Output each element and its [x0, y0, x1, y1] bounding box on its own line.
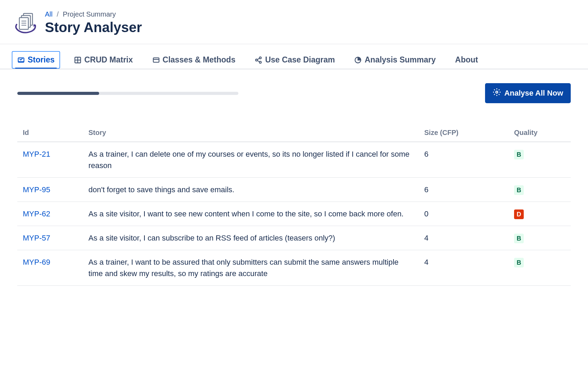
tab-about-label: About [455, 55, 478, 65]
app-logo-icon [14, 11, 38, 35]
story-text: don't forget to save things and save ema… [83, 178, 419, 202]
table-row: MYP-21As a trainer, I can delete one of … [17, 142, 571, 178]
content-area: Analyse All Now Id Story Size (CFP) Qual… [0, 69, 588, 300]
story-id-link[interactable]: MYP-95 [23, 185, 50, 194]
tab-stories-label: Stories [28, 55, 55, 65]
tab-classes-methods[interactable]: Classes & Methods [147, 51, 241, 69]
story-size: 4 [419, 226, 509, 250]
story-id-link[interactable]: MYP-69 [23, 258, 50, 266]
breadcrumb-title-block: All / Project Summary Story Analyser [45, 10, 142, 35]
tab-crud-label: CRUD Matrix [84, 55, 133, 65]
quality-badge: B [514, 150, 524, 159]
breadcrumb-separator: / [57, 10, 59, 18]
quality-badge: B [514, 185, 524, 195]
story-size: 0 [419, 202, 509, 226]
page-title: Story Analyser [45, 20, 142, 35]
column-header-id: Id [17, 124, 83, 142]
progress-row: Analyse All Now [17, 83, 571, 103]
story-size: 6 [419, 178, 509, 202]
gear-icon [493, 88, 501, 98]
breadcrumb-all-link[interactable]: All [45, 10, 53, 18]
stories-icon [17, 56, 25, 64]
svg-line-17 [257, 60, 259, 62]
tab-analysis-label: Analysis Summary [364, 55, 436, 65]
tab-crud-matrix[interactable]: CRUD Matrix [68, 51, 139, 69]
pie-chart-icon [354, 56, 362, 64]
svg-rect-11 [153, 58, 159, 62]
column-header-quality: Quality [509, 124, 571, 142]
svg-point-15 [259, 61, 262, 63]
tab-stories[interactable]: Stories [12, 51, 60, 69]
breadcrumb-current: Project Summary [63, 10, 116, 18]
quality-badge: B [514, 234, 524, 243]
breadcrumb: All / Project Summary [45, 10, 142, 18]
progress-bar [17, 92, 238, 95]
table-row: MYP-69As a trainer, I want to be assured… [17, 250, 571, 286]
tabs: Stories CRUD Matrix Classes & Methods [12, 51, 576, 69]
quality-badge: D [514, 209, 524, 219]
story-size: 6 [419, 142, 509, 178]
window-icon [152, 56, 160, 64]
svg-point-19 [496, 91, 498, 93]
grid-icon [74, 56, 82, 64]
table-row: MYP-62As a site visitor, I want to see n… [17, 202, 571, 226]
tab-use-case-diagram[interactable]: Use Case Diagram [249, 51, 340, 69]
share-icon [255, 56, 262, 64]
tab-classes-label: Classes & Methods [163, 55, 236, 65]
progress-fill [17, 92, 99, 95]
story-text: As a trainer, I can delete one of my cou… [83, 142, 419, 178]
story-id-link[interactable]: MYP-57 [23, 234, 50, 242]
tab-usecase-label: Use Case Diagram [265, 55, 335, 65]
tab-analysis-summary[interactable]: Analysis Summary [349, 51, 441, 69]
svg-point-13 [259, 57, 262, 59]
story-id-link[interactable]: MYP-62 [23, 209, 50, 218]
svg-line-16 [257, 58, 259, 59]
story-text: As a site visitor, I can subscribe to an… [83, 226, 419, 250]
tab-about[interactable]: About [449, 51, 483, 69]
story-id-link[interactable]: MYP-21 [23, 150, 50, 158]
story-size: 4 [419, 250, 509, 286]
column-header-story: Story [83, 124, 419, 142]
table-row: MYP-95don't forget to save things and sa… [17, 178, 571, 202]
quality-badge: B [514, 258, 524, 267]
svg-point-14 [256, 59, 258, 61]
story-text: As a site visitor, I want to see new con… [83, 202, 419, 226]
table-row: MYP-57As a site visitor, I can subscribe… [17, 226, 571, 250]
tabs-container: Stories CRUD Matrix Classes & Methods [0, 44, 588, 69]
analyse-all-button[interactable]: Analyse All Now [485, 83, 571, 103]
story-text: As a trainer, I want to be assured that … [83, 250, 419, 286]
page-header: All / Project Summary Story Analyser [0, 0, 588, 44]
analyse-button-label: Analyse All Now [504, 89, 563, 98]
stories-table: Id Story Size (CFP) Quality MYP-21As a t… [17, 124, 571, 286]
column-header-size: Size (CFP) [419, 124, 509, 142]
